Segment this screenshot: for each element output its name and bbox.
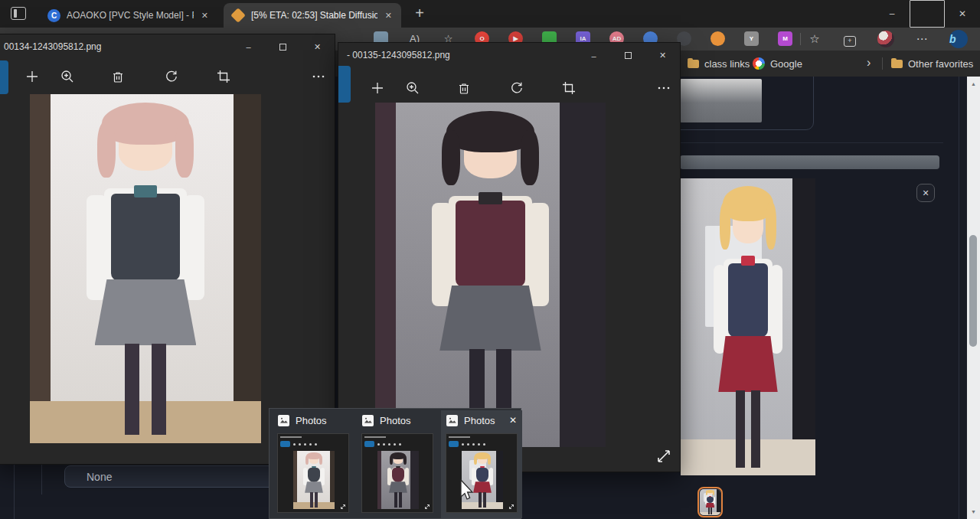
crop-icon[interactable] <box>561 80 577 96</box>
figure-hairR <box>175 122 194 178</box>
favorite-class-links[interactable]: class links <box>688 51 750 77</box>
figure-vest <box>728 263 769 338</box>
browser-restore-button[interactable] <box>910 0 945 28</box>
mini-expand-icon <box>340 504 346 510</box>
scrollbar-thumb[interactable] <box>969 235 977 347</box>
photos2-maximize-button[interactable] <box>611 43 645 68</box>
favorite-label: class links <box>704 58 750 70</box>
preview-mini-window <box>361 433 433 513</box>
fullscreen-expand-icon[interactable] <box>655 448 672 465</box>
browser-more-icon[interactable]: ⋯ <box>914 32 929 46</box>
google-icon <box>753 57 765 70</box>
photos2-title-bar[interactable]: - 00135-1243095812.png – ✕ <box>338 43 680 68</box>
photos-app-icon <box>362 415 374 426</box>
figure-skirt <box>718 336 777 393</box>
preview-mini-window <box>446 433 518 513</box>
figure-bow <box>396 466 400 468</box>
taskbar-preview-card-3-hovered[interactable]: Photos ✕ <box>441 410 522 518</box>
mini-expand-icon <box>508 504 514 510</box>
photos1-title-bar[interactable]: 00134-1243095812.png – ✕ <box>0 34 335 59</box>
taskbar-preview-popup: Photos Photos <box>269 408 521 519</box>
tab2-favicon <box>230 8 246 23</box>
figure-frameR <box>234 94 261 443</box>
figure-skirt <box>95 279 197 346</box>
photos1-image[interactable] <box>30 94 261 443</box>
maximize-icon <box>279 44 286 51</box>
sd-gallery-image[interactable] <box>681 178 815 475</box>
figure-hairL <box>390 455 393 465</box>
rotate-icon[interactable] <box>509 80 524 96</box>
tab2-close-icon[interactable]: ✕ <box>384 11 394 21</box>
mini-title-dash <box>364 436 386 438</box>
figure-skirt <box>439 286 541 351</box>
y-extension-icon[interactable]: Y <box>744 31 759 46</box>
figure-legR <box>710 508 712 514</box>
taskbar-preview-card-2[interactable]: Photos <box>357 410 438 518</box>
photos2-close-button[interactable]: ✕ <box>645 43 680 68</box>
photos1-maximize-button[interactable] <box>266 34 300 59</box>
sd-dropdown[interactable]: None <box>64 465 276 488</box>
globe-extension-icon[interactable] <box>710 31 725 46</box>
delete-icon[interactable] <box>110 69 126 84</box>
page-scrollbar[interactable]: ▲ ▼ <box>967 77 980 519</box>
new-tab-button[interactable]: + <box>409 2 430 24</box>
favorites-star-icon[interactable]: ☆ <box>807 32 822 46</box>
figure-frameR <box>330 451 335 509</box>
add-icon[interactable] <box>370 80 385 96</box>
figure-bow <box>134 185 157 197</box>
tab1-favicon: C <box>47 9 60 22</box>
scrollbar-down-arrow[interactable]: ▼ <box>967 506 980 517</box>
sd-left-panel-border <box>14 463 15 519</box>
photos1-close-button[interactable]: ✕ <box>300 34 335 59</box>
figure-hairR <box>766 202 776 250</box>
sd-progress-bar <box>680 155 939 169</box>
figure-bow <box>709 496 711 497</box>
browser-tab-1[interactable]: C AOAOKO [PVC Style Model] - PV ✕ <box>40 3 217 28</box>
favorites-overflow-chevron[interactable]: › <box>867 56 871 70</box>
other-favorites[interactable]: Other favorites <box>891 51 973 77</box>
add-icon[interactable] <box>24 69 40 84</box>
figure-floor <box>681 439 815 475</box>
favorite-google[interactable]: Google <box>753 51 802 77</box>
photos-app-icon <box>446 415 458 426</box>
scrollbar-up-arrow[interactable]: ▲ <box>967 78 980 90</box>
profile-avatar[interactable] <box>877 31 894 47</box>
browser-close-button[interactable]: ✕ <box>945 0 980 28</box>
mini-title-dash <box>280 436 302 438</box>
folder-icon <box>891 60 903 68</box>
photos2-minimize-button[interactable]: – <box>577 43 611 68</box>
tab1-close-icon[interactable]: ✕ <box>200 11 210 21</box>
preview-card-close-icon[interactable]: ✕ <box>509 415 517 426</box>
bing-icon[interactable]: b <box>949 30 968 48</box>
figure-hairR <box>521 130 539 185</box>
photos2-image[interactable] <box>375 103 606 447</box>
taskbar-preview-card-1[interactable]: Photos <box>273 410 354 518</box>
photos1-accent-chip[interactable] <box>0 60 8 94</box>
zoom-in-icon[interactable] <box>60 69 75 84</box>
figure-legL <box>394 492 397 508</box>
browser-tab-bar: C AOAOKO [PVC Style Model] - PV ✕ [5% ET… <box>0 0 980 28</box>
mini-expand-icon <box>424 504 430 510</box>
photos2-accent-chip[interactable] <box>338 66 351 103</box>
collections-icon[interactable]: + <box>842 32 858 47</box>
browser-tab-2-active[interactable]: [5% ETA: 02:53] Stable Diffusion ✕ <box>224 3 401 28</box>
maximize-icon <box>625 52 632 59</box>
browser-minimize-button[interactable]: – <box>874 0 910 28</box>
preview-mini-window <box>277 433 349 513</box>
zoom-in-icon[interactable] <box>405 80 420 96</box>
rotate-icon[interactable] <box>164 69 179 84</box>
mini-photo-135 <box>377 451 419 509</box>
tab-actions-icon[interactable] <box>11 7 26 20</box>
delete-icon[interactable] <box>456 80 472 96</box>
see-more-icon[interactable] <box>656 80 671 96</box>
m-extension-icon[interactable]: M <box>778 31 792 46</box>
figure-floor <box>30 401 261 443</box>
see-more-icon[interactable] <box>311 69 326 84</box>
photos1-minimize-button[interactable]: – <box>231 34 266 59</box>
photos1-title: 00134-1243095812.png <box>4 34 101 59</box>
crop-icon[interactable] <box>216 69 231 84</box>
figure-legL <box>125 344 140 435</box>
sd-selected-thumbnail[interactable] <box>697 487 723 517</box>
figure-frameL <box>377 451 381 509</box>
gallery-close-button[interactable]: ✕ <box>916 184 935 202</box>
